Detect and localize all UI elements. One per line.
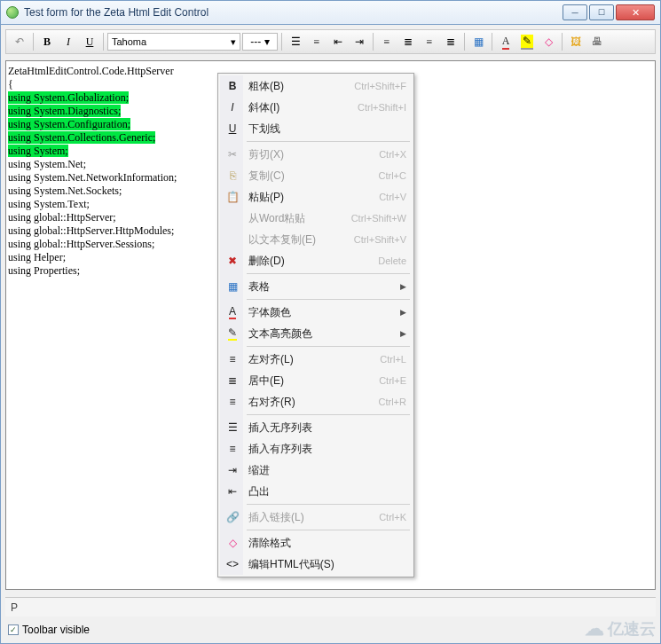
indent-icon: ⇥ bbox=[224, 462, 240, 478]
status-bar: P bbox=[5, 597, 656, 617]
maximize-button[interactable] bbox=[589, 4, 614, 20]
toolbar-visible-checkbox[interactable]: ✓ Toolbar visible bbox=[8, 624, 90, 636]
menu-cut[interactable]: ✂剪切(X)Ctrl+X bbox=[220, 144, 412, 165]
separator bbox=[373, 33, 374, 51]
image-button[interactable]: 🖼 bbox=[566, 32, 586, 51]
ul-icon: ☰ bbox=[224, 420, 240, 436]
highlight-icon: ✎ bbox=[224, 326, 240, 342]
menu-highlight-color[interactable]: ✎文本高亮颜色▶ bbox=[220, 323, 412, 344]
forecolor-button[interactable]: A bbox=[496, 32, 515, 51]
menu-separator bbox=[247, 141, 410, 142]
menu-paste[interactable]: 📋粘贴(P)Ctrl+V bbox=[220, 186, 412, 208]
menu-outdent[interactable]: ⇤凸出 bbox=[220, 481, 412, 502]
bold-button[interactable]: B bbox=[37, 32, 57, 51]
separator bbox=[464, 33, 465, 51]
menu-insert-ol[interactable]: ≡插入有序列表 bbox=[220, 438, 412, 459]
link-icon: 🔗 bbox=[224, 509, 240, 525]
separator bbox=[33, 33, 34, 51]
menu-separator bbox=[247, 299, 410, 300]
copy-text-icon bbox=[224, 232, 240, 247]
print-button[interactable]: 🖶 bbox=[587, 32, 607, 51]
submenu-arrow-icon: ▶ bbox=[400, 329, 406, 338]
menu-separator bbox=[247, 273, 410, 274]
eraser-icon: ◇ bbox=[224, 535, 240, 551]
menu-separator bbox=[247, 346, 410, 347]
menu-separator bbox=[247, 504, 410, 505]
menu-underline[interactable]: U下划线 bbox=[220, 118, 412, 139]
font-select[interactable]: Tahoma▾ bbox=[107, 33, 240, 51]
menu-edit-html[interactable]: <>编辑HTML代码(S) bbox=[220, 554, 412, 575]
font-name-label: Tahoma bbox=[112, 36, 146, 47]
window-titlebar: Test form for the Zeta Html Edit Control bbox=[0, 0, 661, 25]
menu-copy-text[interactable]: 以文本复制(E)Ctrl+Shift+V bbox=[220, 229, 412, 250]
outdent-button[interactable]: ⇤ bbox=[328, 32, 348, 51]
paste-word-icon bbox=[224, 210, 240, 226]
close-button[interactable] bbox=[616, 4, 655, 20]
watermark-text: 亿速云 bbox=[608, 618, 656, 640]
menu-table[interactable]: ▦表格▶ bbox=[220, 276, 412, 297]
bold-icon: B bbox=[224, 78, 240, 94]
align-left-icon: ≡ bbox=[224, 351, 240, 367]
align-center-button[interactable]: ≣ bbox=[398, 32, 418, 51]
menu-indent[interactable]: ⇥缩进 bbox=[220, 459, 412, 481]
underline-button[interactable]: U bbox=[80, 32, 99, 51]
menu-copy[interactable]: ⎘复制(C)Ctrl+C bbox=[220, 165, 412, 186]
checkbox-icon: ✓ bbox=[8, 624, 19, 635]
element-path: P bbox=[11, 601, 18, 614]
editor-toolbar: ↶ B I U Tahoma▾ --- ▾ ☰ ≡ ⇤ ⇥ ≡ ≣ ≡ ≣ ▦ … bbox=[5, 29, 656, 54]
submenu-arrow-icon: ▶ bbox=[400, 308, 406, 317]
menu-align-center[interactable]: ≣居中(E)Ctrl+E bbox=[220, 370, 412, 391]
menu-italic[interactable]: I斜体(I)Ctrl+Shift+I bbox=[220, 97, 412, 118]
menu-clear-format[interactable]: ◇清除格式 bbox=[220, 532, 412, 554]
menu-align-left[interactable]: ≡左对齐(L)Ctrl+L bbox=[220, 349, 412, 370]
menu-font-color[interactable]: A字体颜色▶ bbox=[220, 302, 412, 323]
html-icon: <> bbox=[224, 556, 240, 572]
align-right-button[interactable]: ≡ bbox=[420, 32, 439, 51]
justify-button[interactable]: ≣ bbox=[441, 32, 460, 51]
italic-icon: I bbox=[224, 99, 240, 115]
separator bbox=[562, 33, 563, 51]
menu-bold[interactable]: B粗体(B)Ctrl+Shift+F bbox=[220, 75, 412, 97]
separator bbox=[492, 33, 492, 51]
copy-icon: ⎘ bbox=[224, 168, 240, 184]
app-icon bbox=[6, 6, 19, 19]
size-label: --- bbox=[250, 35, 261, 48]
cloud-icon: ☁ bbox=[585, 617, 604, 640]
menu-delete[interactable]: ✖删除(D)Delete bbox=[220, 250, 412, 271]
backcolor-button[interactable]: ✎ bbox=[517, 32, 537, 51]
undo-button[interactable]: ↶ bbox=[10, 32, 29, 51]
menu-separator bbox=[247, 414, 410, 415]
ol-icon: ≡ bbox=[224, 441, 240, 457]
separator bbox=[281, 33, 282, 51]
separator bbox=[103, 33, 104, 51]
align-right-icon: ≡ bbox=[224, 394, 240, 410]
menu-insert-ul[interactable]: ☰插入无序列表 bbox=[220, 417, 412, 438]
outdent-icon: ⇤ bbox=[224, 483, 240, 499]
menu-separator bbox=[247, 530, 410, 530]
submenu-arrow-icon: ▶ bbox=[400, 282, 406, 291]
window-buttons bbox=[561, 4, 655, 20]
window-title: Test form for the Zeta Html Edit Control bbox=[24, 6, 209, 19]
minimize-button[interactable] bbox=[563, 4, 587, 20]
ul-button[interactable]: ☰ bbox=[286, 32, 305, 51]
checkbox-label: Toolbar visible bbox=[22, 624, 90, 636]
indent-button[interactable]: ⇥ bbox=[350, 32, 369, 51]
menu-insert-link[interactable]: 🔗插入链接(L)Ctrl+K bbox=[220, 507, 412, 528]
italic-button[interactable]: I bbox=[59, 32, 78, 51]
context-menu: B粗体(B)Ctrl+Shift+F I斜体(I)Ctrl+Shift+I U下… bbox=[217, 73, 414, 577]
clear-format-button[interactable]: ◇ bbox=[539, 32, 558, 51]
align-center-icon: ≣ bbox=[224, 373, 240, 389]
table-icon: ▦ bbox=[224, 279, 240, 295]
watermark: ☁ 亿速云 bbox=[585, 617, 656, 640]
menu-paste-word[interactable]: 从Word粘贴Ctrl+Shift+W bbox=[220, 208, 412, 229]
font-color-icon: A bbox=[224, 304, 240, 320]
align-left-button[interactable]: ≡ bbox=[377, 32, 397, 51]
cut-icon: ✂ bbox=[224, 146, 240, 162]
underline-icon: U bbox=[224, 121, 240, 137]
table-button[interactable]: ▦ bbox=[468, 32, 488, 51]
delete-icon: ✖ bbox=[224, 253, 240, 269]
paste-icon: 📋 bbox=[224, 189, 240, 205]
ol-button[interactable]: ≡ bbox=[307, 32, 327, 51]
size-select[interactable]: --- ▾ bbox=[242, 33, 278, 51]
menu-align-right[interactable]: ≡右对齐(R)Ctrl+R bbox=[220, 391, 412, 412]
